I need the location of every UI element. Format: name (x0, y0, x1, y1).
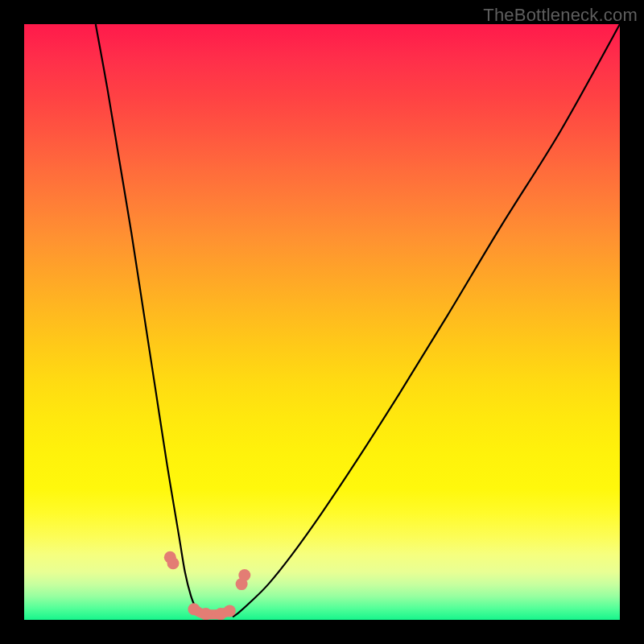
marker-dot (167, 557, 180, 569)
marker-dot (200, 608, 212, 620)
curve-right (233, 24, 620, 617)
marker-dot (238, 569, 250, 581)
curve-left (96, 24, 200, 617)
chart-svg (24, 24, 620, 620)
marker-dot (224, 605, 236, 617)
watermark-text: TheBottleneck.com (483, 5, 638, 26)
marker-group (164, 551, 250, 620)
marker-dot (188, 603, 200, 615)
plot-area (24, 24, 620, 620)
chart-frame: TheBottleneck.com (0, 0, 644, 644)
